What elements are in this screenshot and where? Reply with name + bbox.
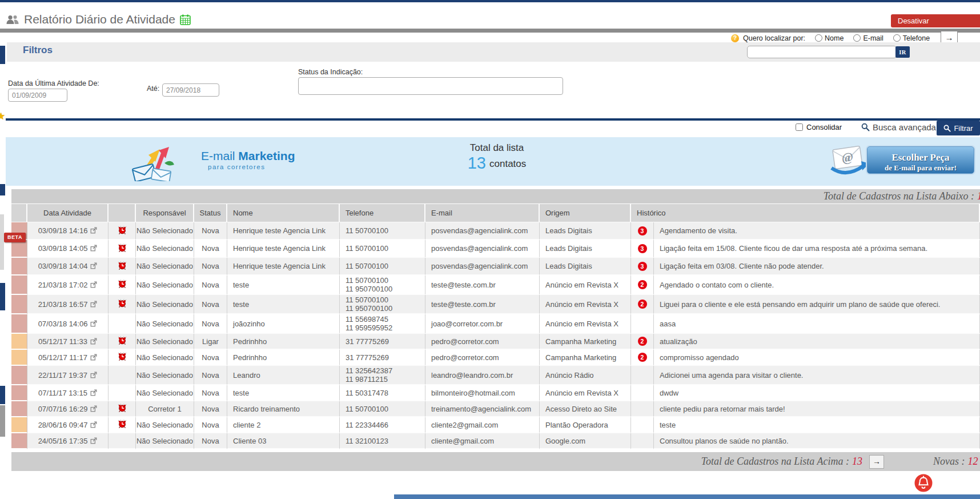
activity-date: 07/07/16 16:29 (38, 405, 88, 413)
section-divider (6, 118, 980, 121)
email-radio-label: E-mail (863, 34, 883, 42)
date-from-input[interactable] (8, 89, 67, 102)
open-record-icon[interactable] (90, 301, 97, 308)
telefone-radio[interactable] (893, 34, 901, 42)
open-record-icon[interactable] (90, 354, 97, 361)
side-rail-block (0, 46, 5, 64)
locate-option-telefone[interactable]: Telefone (893, 34, 930, 42)
phone-cell: 11 50700100 (340, 222, 425, 240)
activity-date: 28/06/16 09:47 (38, 421, 88, 429)
new-count-value: 12 (968, 456, 978, 467)
status-cell: Nova (194, 385, 227, 401)
phone-number: 11 55698745 (346, 315, 419, 324)
open-record-icon[interactable] (90, 281, 97, 288)
phone-number: 11 950700100 (346, 285, 419, 293)
activity-date: 03/09/18 14:16 (38, 226, 88, 235)
open-record-icon[interactable] (90, 389, 97, 396)
filter-button[interactable]: Filtrar (937, 121, 980, 135)
history-cell: atualização (654, 334, 980, 350)
activity-date: 21/03/18 16:57 (38, 300, 88, 309)
locate-option-nome[interactable]: Nome (815, 34, 844, 42)
col-historico[interactable]: Histórico (631, 204, 980, 222)
history-cell: cliente pediu para retornar mais tarde! (654, 401, 980, 417)
date-to-input[interactable] (162, 83, 219, 97)
origin-cell: Anúncio em Revista X (540, 314, 631, 334)
open-record-icon[interactable] (90, 262, 97, 269)
table-row: 21/03/18 16:57Não SelecionadoNovateste11… (11, 295, 980, 314)
table-row: 07/07/16 16:29Corretor 1NovaRicardo trei… (11, 401, 980, 417)
history-cell: Agendamento de visita. (654, 222, 980, 240)
col-responsavel[interactable]: Responsável (136, 204, 194, 222)
alarm-icon[interactable] (118, 243, 127, 252)
col-data-atividade[interactable]: Data Atividade (27, 204, 109, 222)
history-cell: Ligação feita em 03/08. Cliente não pode… (654, 258, 980, 276)
open-record-icon[interactable] (90, 245, 97, 252)
col-status[interactable]: Status (194, 204, 227, 222)
open-record-icon[interactable] (90, 372, 97, 378)
responsible-cell: Não Selecionado (136, 240, 194, 258)
alarm-cell (109, 314, 136, 334)
alarm-icon[interactable] (118, 352, 127, 361)
advanced-search-link[interactable]: Busca avançada (861, 122, 936, 132)
open-record-icon[interactable] (90, 227, 97, 234)
list-total-unit: contatos (489, 158, 526, 169)
open-record-icon[interactable] (90, 405, 97, 412)
alarm-icon[interactable] (118, 420, 127, 428)
activity-date-cell: 07/07/16 16:29 (27, 401, 109, 417)
nome-radio[interactable] (815, 34, 822, 42)
status-cell: Nova (194, 433, 227, 449)
phone-number: 11 50700100 (346, 244, 419, 253)
status-cell: Ligar (194, 334, 227, 350)
email-radio[interactable] (853, 34, 861, 42)
notification-bell-icon[interactable] (914, 473, 933, 493)
alarm-icon[interactable] (118, 299, 127, 308)
col-telefone[interactable]: Telefone (340, 204, 425, 222)
alarm-icon[interactable] (118, 336, 127, 345)
responsible-cell: Não Selecionado (136, 314, 194, 334)
search-input[interactable] (747, 46, 897, 58)
history-cell: Ligação feita em 15/08. Cliente ficou de… (654, 240, 980, 258)
col-nome[interactable]: Nome (227, 204, 340, 222)
star-icon: ★ (0, 110, 5, 122)
phone-number: 31 77775269 (346, 353, 419, 362)
search-icon (861, 123, 870, 131)
name-cell: Pedrinhho (227, 334, 340, 350)
alarm-icon[interactable] (118, 226, 127, 234)
alarm-icon[interactable] (118, 280, 127, 288)
name-cell: Henrique teste Agencia Link (227, 222, 340, 240)
calendar-icon[interactable] (180, 14, 191, 25)
open-record-icon[interactable] (90, 320, 97, 327)
email-cell: pedro@corretor.com (425, 334, 540, 350)
activity-date-cell: 28/06/16 09:47 (27, 417, 109, 433)
col-email[interactable]: E-mail (425, 204, 540, 222)
consolidate-checkbox[interactable] (796, 123, 803, 131)
status-cell: Nova (194, 276, 227, 295)
filters-title: Filtros (23, 45, 53, 56)
open-record-icon[interactable] (90, 338, 97, 345)
status-cell: Nova (194, 350, 227, 366)
col-strip (11, 204, 27, 222)
name-cell: cliente 2 (227, 417, 340, 433)
envelope-at-icon[interactable]: @ (828, 142, 871, 178)
activity-date-cell: 03/09/18 14:16 (27, 222, 109, 240)
origin-cell: Leads Digitais (540, 240, 631, 258)
logo-subtitle: para corretores (201, 163, 295, 170)
choose-email-piece-button[interactable]: Escolher Peça de E-mail para enviar! (867, 146, 974, 174)
status-input[interactable] (298, 77, 563, 95)
phone-number: 11 959595952 (346, 324, 419, 332)
open-record-icon[interactable] (90, 421, 97, 428)
footer-arrow-button[interactable]: → (869, 455, 884, 469)
status-color-strip (11, 366, 27, 385)
deactivate-button[interactable]: Desativar (891, 14, 980, 27)
alarm-icon[interactable] (118, 404, 127, 412)
side-rail-block (0, 386, 5, 404)
locate-option-email[interactable]: E-mail (853, 34, 883, 42)
col-origem[interactable]: Origem (540, 204, 631, 222)
alarm-icon[interactable] (118, 261, 127, 270)
go-button[interactable]: IR (895, 46, 910, 58)
open-record-icon[interactable] (90, 437, 97, 444)
help-icon[interactable]: ? (731, 34, 739, 42)
phone-number: 11 32100123 (346, 437, 419, 445)
status-color-strip (11, 276, 27, 295)
consolidate-control: Consolidar (796, 123, 842, 131)
